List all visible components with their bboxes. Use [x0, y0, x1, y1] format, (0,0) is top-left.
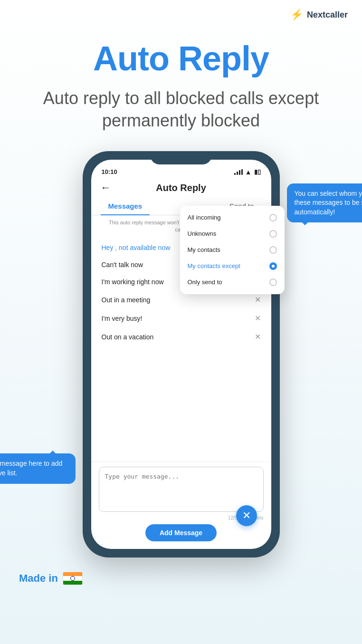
tooltip-type-message-text: Type your message here to add to the abo…: [0, 460, 62, 477]
subtitle: Auto reply to all blocked calls except p…: [29, 87, 333, 132]
made-in-label: Made in: [19, 572, 58, 585]
send-to-dropdown: All incoming Unknowns My contacts My con…: [180, 206, 285, 294]
india-flag-icon: [63, 572, 83, 585]
phone-area: 10:10 ▲ ▮▯ ← Auto Re: [0, 151, 362, 557]
tooltip-send-to: You can select whom you want these messa…: [287, 183, 362, 223]
message-text-5: Out on a vacation: [102, 333, 154, 341]
status-bar: 10:10 ▲ ▮▯: [91, 163, 271, 178]
dropdown-item-1[interactable]: Unknowns: [180, 226, 285, 242]
dropdown-label-3: My contacts except: [188, 262, 240, 269]
wifi-icon: ▲: [245, 168, 252, 176]
dropdown-item-0[interactable]: All incoming: [180, 210, 285, 226]
footer: Made in: [0, 557, 362, 599]
status-time: 10:10: [102, 168, 117, 175]
dropdown-item-2[interactable]: My contacts: [180, 242, 285, 258]
brand-icon: ⚡: [290, 9, 303, 21]
message-input[interactable]: [99, 467, 264, 512]
flag-top-stripe: [63, 572, 82, 576]
dropdown-item-4[interactable]: Only send to: [180, 274, 285, 290]
radio-only-send-to[interactable]: [269, 279, 277, 286]
flag-bottom-stripe: [63, 581, 82, 585]
radio-all-incoming[interactable]: [269, 214, 277, 221]
dropdown-label-1: Unknowns: [188, 230, 217, 237]
phone-notch: [150, 151, 212, 164]
battery-icon: ▮▯: [254, 168, 261, 175]
remove-button-3[interactable]: ✕: [255, 295, 261, 304]
dropdown-label-0: All incoming: [188, 214, 221, 221]
message-item-4[interactable]: I'm very busy! ✕: [91, 309, 271, 327]
tooltip-type-message: Type your message here to add to the abo…: [0, 453, 76, 483]
radio-unknowns[interactable]: [269, 230, 277, 238]
dropdown-item-3[interactable]: My contacts except: [180, 258, 285, 274]
brand-name: Nextcaller: [307, 10, 348, 20]
flag-mid-stripe: [63, 576, 82, 581]
status-icons: ▲ ▮▯: [234, 168, 261, 176]
brand-logo: ⚡ Nextcaller: [290, 9, 348, 21]
signal-icon: [234, 169, 243, 175]
main-title: Auto Reply: [29, 39, 333, 78]
add-message-button[interactable]: Add Message: [145, 524, 217, 541]
radio-my-contacts[interactable]: [269, 246, 277, 254]
tab-messages[interactable]: Messages: [101, 197, 150, 215]
remove-button-5[interactable]: ✕: [255, 332, 261, 341]
dropdown-label-2: My contacts: [188, 246, 220, 253]
radio-my-contacts-except[interactable]: [269, 262, 277, 270]
app-title: Auto Reply: [156, 183, 206, 193]
message-item-5[interactable]: Out on a vacation ✕: [91, 327, 271, 346]
close-fab-button[interactable]: ✕: [236, 505, 257, 526]
dropdown-label-4: Only send to: [188, 279, 222, 286]
back-button[interactable]: ←: [101, 182, 111, 194]
top-bar: ⚡ Nextcaller: [0, 0, 362, 29]
message-text-0: Hey , not available now: [102, 244, 171, 251]
app-header: ← Auto Reply: [91, 178, 271, 197]
message-text-3: Out in a meeting: [102, 296, 151, 304]
remove-button-4[interactable]: ✕: [255, 314, 261, 323]
flag-chakra: [70, 576, 75, 581]
message-text-1: Can't talk now: [102, 261, 143, 269]
message-text-4: I'm very busy!: [102, 315, 143, 322]
tooltip-send-to-text: You can select whom you want these messa…: [295, 190, 362, 216]
message-text-2: I'm working right now: [102, 278, 164, 286]
phone-mockup: 10:10 ▲ ▮▯ ← Auto Re: [83, 151, 280, 557]
title-section: Auto Reply Auto reply to all blocked cal…: [0, 29, 362, 137]
